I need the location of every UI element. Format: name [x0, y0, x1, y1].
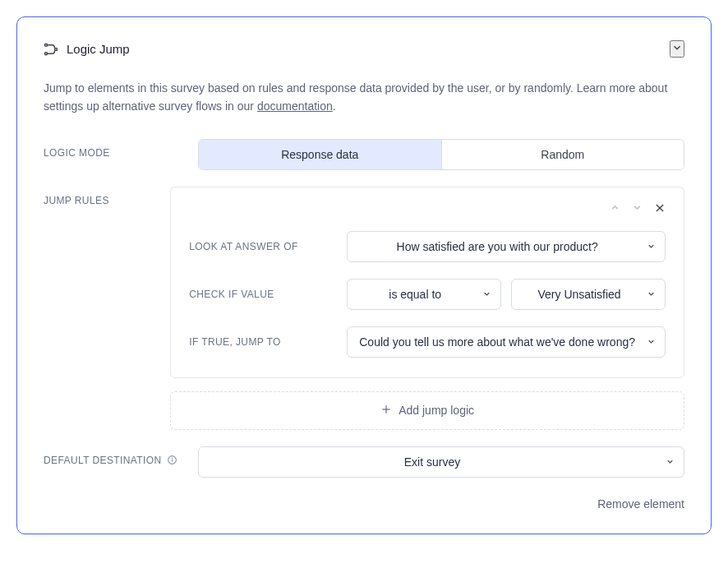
logic-jump-icon — [44, 42, 58, 57]
value-select[interactable]: Very Unsatisfied — [511, 279, 666, 310]
rule-delete-button[interactable] — [654, 202, 666, 216]
panel-footer: Remove element — [44, 497, 684, 511]
logic-mode-segmented: Response data Random — [198, 139, 684, 170]
plus-icon — [380, 404, 392, 418]
if-true-jump-row: IF TRUE, JUMP TO Could you tell us more … — [189, 326, 666, 358]
panel-title: Logic Jump — [67, 42, 130, 56]
check-if-value-label: CHECK IF VALUE — [189, 289, 347, 300]
logic-jump-panel: Logic Jump Jump to elements in this surv… — [16, 16, 712, 534]
operator-select[interactable]: is equal to — [347, 279, 501, 310]
if-true-jump-label: IF TRUE, JUMP TO — [189, 336, 347, 348]
close-icon — [654, 202, 666, 216]
default-destination-select[interactable]: Exit survey — [198, 446, 684, 478]
default-destination-label: DEFAULT DESTINATION — [44, 446, 198, 466]
panel-header: Logic Jump — [44, 40, 684, 58]
look-at-answer-row: LOOK AT ANSWER OF How satisfied are you … — [189, 231, 666, 262]
remove-element-button[interactable]: Remove element — [597, 497, 684, 511]
logic-mode-response-data[interactable]: Response data — [199, 140, 441, 169]
logic-mode-row: LOGIC MODE Response data Random — [44, 139, 684, 170]
rule-move-down-button[interactable] — [632, 202, 643, 216]
info-icon — [167, 455, 177, 465]
documentation-link[interactable]: documentation — [257, 99, 333, 113]
check-if-value-row: CHECK IF VALUE is equal to Very Unsatisf… — [189, 279, 666, 310]
jump-rule-card: LOOK AT ANSWER OF How satisfied are you … — [170, 187, 684, 378]
rule-controls — [189, 202, 666, 216]
svg-point-1 — [45, 52, 48, 54]
svg-point-2 — [55, 48, 58, 50]
chevron-down-icon — [632, 202, 643, 215]
default-destination-row: DEFAULT DESTINATION Exit survey — [44, 446, 684, 478]
panel-description: Jump to elements in this survey based on… — [44, 79, 684, 116]
logic-mode-random[interactable]: Random — [441, 140, 684, 169]
add-jump-logic-button[interactable]: Add jump logic — [170, 391, 684, 430]
logic-mode-label: LOGIC MODE — [44, 139, 198, 159]
look-at-answer-label: LOOK AT ANSWER OF — [189, 241, 347, 252]
look-at-answer-select[interactable]: How satisfied are you with our product? — [347, 231, 666, 262]
jump-rules-label: JUMP RULES — [44, 187, 170, 206]
jump-to-select[interactable]: Could you tell us more about what we've … — [347, 326, 666, 358]
collapse-toggle[interactable] — [670, 40, 684, 58]
rule-move-up-button[interactable] — [610, 202, 620, 216]
chevron-up-icon — [610, 202, 620, 215]
svg-point-9 — [172, 458, 173, 459]
chevron-down-icon — [671, 44, 683, 56]
jump-rules-row: JUMP RULES — [44, 187, 684, 430]
panel-header-left: Logic Jump — [44, 42, 130, 57]
svg-point-0 — [45, 44, 48, 46]
add-jump-logic-label: Add jump logic — [399, 404, 474, 417]
